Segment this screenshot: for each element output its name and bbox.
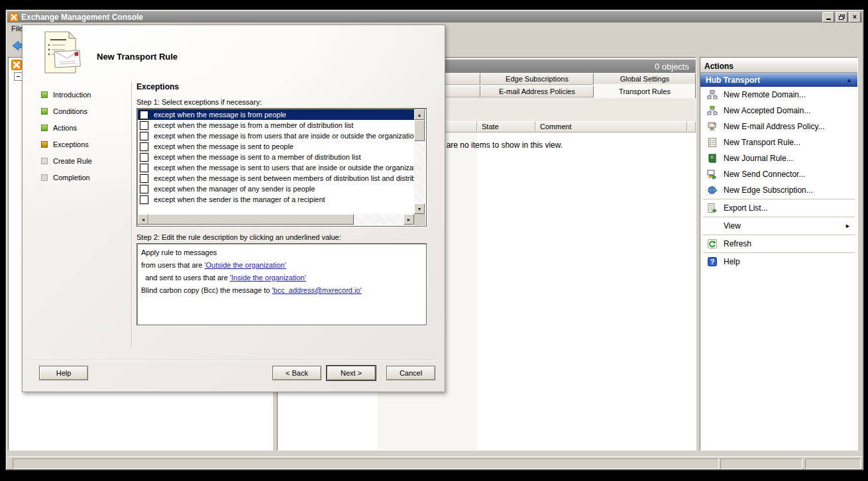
exception-item[interactable]: except when the manager of any sender is… [138,184,414,194]
action-new-send-connector[interactable]: New Send Connector... [700,166,857,182]
objects-count: 0 objects [655,62,689,72]
exception-text: except when the sender is the manager of… [154,195,325,203]
action-help[interactable]: ?Help [700,254,857,270]
rule-value-link[interactable]: 'Inside the organization' [230,274,306,282]
vertical-scroll-thumb[interactable] [414,120,425,141]
exception-text: except when the manager of any sender is… [154,185,315,193]
action-new-accepted-domain[interactable]: New Accepted Domain... [700,103,857,119]
horizontal-scrollbar[interactable]: ◄ ► [138,214,414,225]
action-label: New E-mail Address Policy... [724,122,825,131]
minimize-button[interactable] [822,12,834,23]
step-label: Conditions [53,107,87,115]
back-wizard-button[interactable]: < Back [272,366,321,380]
exception-checkbox[interactable] [140,153,148,162]
action-label: New Remote Domain... [724,90,806,99]
hub-transport-group-header[interactable]: Hub Transport ▲ [700,73,857,87]
exchange-tree-root-icon[interactable] [11,60,22,70]
exception-checkbox[interactable] [140,174,148,183]
action-label: Export List... [724,203,768,213]
action-new-edge-subscription[interactable]: New Edge Subscription... [700,182,857,198]
exception-text: except when the message is sent to users… [154,164,414,172]
action-new-transport-rule[interactable]: New Transport Rule... [700,134,857,150]
window-title: Exchange Management Console [21,13,143,22]
edge-subscription-icon [707,185,718,195]
exception-checkbox[interactable] [140,132,148,140]
scroll-right-button[interactable]: ► [404,214,414,225]
title-bar[interactable]: Exchange Management Console × [7,11,862,23]
step-label: Completion [53,174,90,182]
exception-item[interactable]: except when the message is sent to users… [138,162,414,173]
no-icon [707,221,718,231]
cancel-button[interactable]: Cancel [386,366,435,380]
new-transport-rule-dialog: New Transport Rule IntroductionCondition… [22,25,445,392]
steps-divider [131,82,132,347]
exception-checkbox[interactable] [140,185,148,193]
exception-checkbox[interactable] [140,111,148,119]
action-new-journal-rule[interactable]: New Journal Rule... [700,150,857,166]
exception-item[interactable]: except when the sender is the manager of… [138,194,414,205]
horizontal-scroll-thumb[interactable] [148,214,354,225]
exception-item[interactable]: except when the message is sent to a mem… [138,152,414,162]
accepted-domain-icon [707,105,718,116]
action-label: New Journal Rule... [724,154,793,163]
rule-value-link[interactable]: 'bcc_address@mxrecord.io' [272,286,361,294]
refresh-icon [707,239,718,249]
exception-item[interactable]: except when the message is from people [138,109,414,120]
next-button[interactable]: Next > [327,366,376,380]
wizard-step-actions: Actions [41,119,127,136]
collapse-group-icon[interactable]: ▲ [846,77,852,83]
exceptions-listbox[interactable]: except when the message is from peopleex… [136,108,427,227]
status-cell-3 [805,458,861,469]
tab-global-settings[interactable]: Global Settings [594,73,696,85]
column-header-state[interactable]: State [477,121,535,133]
action-export-list[interactable]: Export List... [700,200,857,216]
tab-e-mail-address-policies[interactable]: E-mail Address Policies [480,85,594,97]
actions-pane: Actions Hub Transport ▲ New Remote Domai… [700,57,858,451]
tab-transport-rules[interactable]: Transport Rules [594,84,696,98]
step-status-icon [41,125,48,131]
rule-text: Apply rule to messages [141,248,217,256]
help-icon: ? [707,256,718,267]
wizard-steps: IntroductionConditionsActionsExceptionsC… [41,86,127,186]
scroll-left-button[interactable]: ◄ [138,214,148,225]
exception-checkbox[interactable] [140,121,148,130]
restore-button[interactable] [836,12,847,23]
exception-item[interactable]: except when the message is sent between … [138,173,414,184]
help-button[interactable]: Help [39,366,88,380]
action-view[interactable]: View► [700,218,857,234]
exception-checkbox[interactable] [140,195,148,204]
exception-text: except when the message is sent to peopl… [154,142,294,150]
step-status-icon [41,158,48,164]
rule-value-link[interactable]: 'Outside the organization' [204,261,286,269]
rule-description-line: and sent to users that are 'Inside the o… [141,272,422,284]
action-new-e-mail-address-policy[interactable]: New E-mail Address Policy... [700,119,857,134]
exception-item[interactable]: except when the message is from a member… [138,120,414,131]
exception-item[interactable]: except when the message is sent to peopl… [138,141,414,152]
action-label: New Accepted Domain... [724,106,810,115]
column-header-comment[interactable]: Comment [535,121,687,133]
group-title: Hub Transport [706,76,760,85]
scroll-up-button[interactable]: ▲ [414,109,425,120]
tab-edge-subscriptions[interactable]: Edge Subscriptions [480,73,594,85]
action-new-remote-domain[interactable]: New Remote Domain... [700,87,857,103]
step2-label: Step 2: Edit the rule description by cli… [136,233,341,241]
remote-domain-icon [707,89,718,100]
scroll-down-button[interactable]: ▼ [414,203,425,214]
action-label: Refresh [724,239,751,248]
exception-checkbox[interactable] [140,142,148,151]
exceptions-items: except when the message is from peopleex… [138,109,414,214]
transport-rule-wizard-icon [41,30,82,76]
scrollbar-corner [414,214,425,225]
action-separator [703,235,855,235]
action-separator [703,199,855,199]
action-refresh[interactable]: Refresh [700,236,857,252]
action-label: Help [724,257,740,266]
step-label: Exceptions [53,140,89,148]
exception-checkbox[interactable] [140,164,148,172]
column-header-col3[interactable] [687,121,696,133]
vertical-scrollbar[interactable]: ▲ ▼ [414,109,425,214]
close-button[interactable]: × [849,12,861,23]
step-status-icon [41,91,48,98]
exception-item[interactable]: except when the message is from users th… [138,131,414,141]
dialog-footer-divider [29,360,438,360]
